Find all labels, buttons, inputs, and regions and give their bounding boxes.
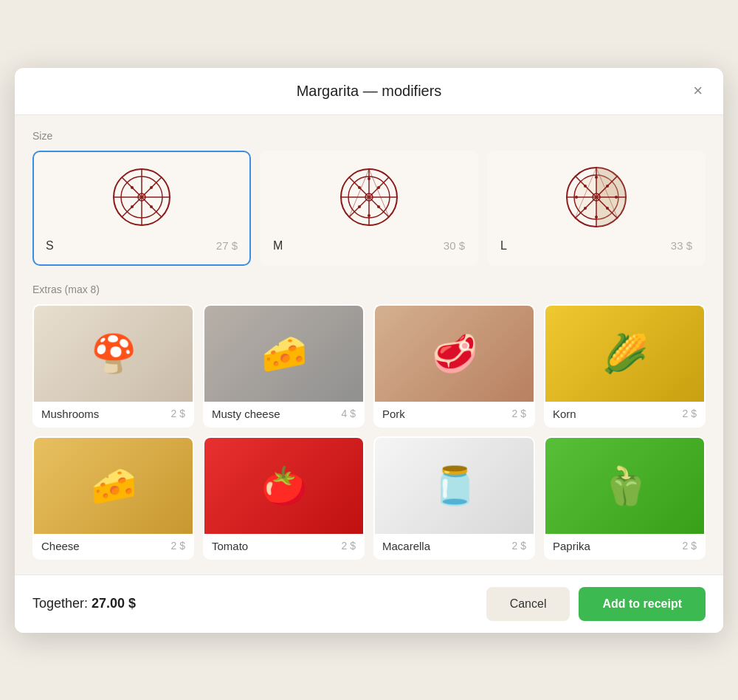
svg-point-10: [150, 205, 153, 208]
total-together: Together: 27.00 $: [32, 596, 136, 611]
extra-card-macarella[interactable]: 🫙 Macarella 2 $: [373, 436, 535, 560]
extra-musty-cheese-name: Musty cheese: [212, 408, 280, 420]
size-s-name: S: [46, 239, 54, 253]
extra-card-musty-cheese[interactable]: 🧀 Musty cheese 4 $: [203, 304, 365, 428]
extra-macarella-name: Macarella: [382, 540, 430, 552]
svg-point-37: [584, 207, 587, 210]
size-m-name: M: [273, 239, 283, 253]
pizza-icon-medium: [336, 164, 402, 230]
korn-image: 🌽: [545, 306, 704, 402]
extra-cheese-name: Cheese: [41, 540, 80, 552]
extra-pork-price: 2 $: [512, 408, 526, 419]
svg-point-7: [131, 186, 134, 189]
svg-point-38: [606, 207, 609, 210]
size-s-price: 27 $: [216, 239, 238, 252]
svg-point-41: [575, 196, 578, 199]
extra-tomato-price: 2 $: [342, 540, 356, 552]
extra-tomato-name: Tomato: [212, 540, 248, 552]
svg-point-35: [584, 185, 587, 188]
svg-point-24: [368, 177, 370, 180]
extra-mushrooms-name: Mushrooms: [41, 408, 99, 420]
size-grid: S 27 $: [32, 151, 706, 266]
paprika-image: 🫑: [545, 438, 704, 534]
musty-cheese-image: 🧀: [204, 306, 363, 402]
size-card-s[interactable]: S 27 $: [32, 151, 251, 266]
extra-paprika-price: 2 $: [683, 540, 697, 552]
size-card-m[interactable]: M 30 $: [260, 151, 478, 266]
svg-line-18: [349, 169, 369, 217]
svg-point-36: [606, 185, 609, 188]
extra-card-korn[interactable]: 🌽 Korn 2 $: [544, 304, 706, 428]
mushrooms-image: 🍄: [34, 306, 193, 402]
modal-container: Margarita — modifiers × Size: [15, 68, 723, 633]
svg-point-23: [377, 205, 380, 208]
extra-macarella-price: 2 $: [512, 540, 526, 552]
extras-grid: 🍄 Mushrooms 2 $ 🧀 Musty cheese 4 $ 🥩 Por…: [32, 304, 706, 560]
add-to-receipt-button[interactable]: Add to receipt: [579, 587, 706, 621]
extra-musty-cheese-price: 4 $: [342, 408, 356, 419]
macarella-image: 🫙: [375, 438, 534, 534]
svg-point-25: [368, 214, 370, 217]
svg-point-40: [595, 216, 598, 219]
size-section-label: Size: [32, 130, 706, 142]
pizza-icon-small: [108, 164, 175, 230]
svg-line-17: [369, 169, 389, 217]
extra-card-paprika[interactable]: 🫑 Paprika 2 $: [544, 436, 706, 560]
pizza-icon-large: [563, 164, 630, 230]
extra-card-pork[interactable]: 🥩 Pork 2 $: [373, 304, 535, 428]
extra-paprika-name: Paprika: [553, 540, 590, 552]
svg-point-8: [150, 186, 153, 189]
modal-body: Size: [15, 115, 723, 574]
close-button[interactable]: ×: [690, 80, 706, 102]
svg-point-22: [358, 205, 361, 208]
extra-card-tomato[interactable]: 🍅 Tomato 2 $: [203, 436, 365, 560]
modal-header: Margarita — modifiers ×: [15, 68, 723, 115]
cheese-image: 🧀: [34, 438, 193, 534]
svg-point-20: [358, 186, 361, 189]
svg-point-42: [615, 196, 618, 199]
total-amount: 27.00 $: [92, 596, 136, 611]
modal-footer: Together: 27.00 $ Cancel Add to receipt: [15, 574, 723, 633]
extra-korn-price: 2 $: [683, 408, 697, 419]
cancel-button[interactable]: Cancel: [486, 587, 570, 621]
size-l-name: L: [500, 239, 507, 253]
footer-buttons: Cancel Add to receipt: [486, 587, 706, 621]
extra-card-cheese[interactable]: 🧀 Cheese 2 $: [32, 436, 194, 560]
svg-point-39: [595, 176, 598, 179]
extra-mushrooms-price: 2 $: [171, 408, 185, 419]
modal-title: Margarita — modifiers: [297, 83, 442, 100]
together-text: Together:: [32, 596, 88, 611]
extra-korn-name: Korn: [553, 408, 576, 420]
size-l-price: 33 $: [671, 239, 692, 252]
extra-card-mushrooms[interactable]: 🍄 Mushrooms 2 $: [32, 304, 194, 428]
tomato-image: 🍅: [204, 438, 363, 534]
pork-image: 🥩: [375, 306, 534, 402]
svg-point-9: [131, 205, 134, 208]
extra-pork-name: Pork: [382, 408, 405, 420]
extra-cheese-price: 2 $: [171, 540, 185, 552]
extras-section-label: Extras (max 8): [32, 284, 706, 295]
svg-point-21: [377, 186, 380, 189]
size-m-price: 30 $: [444, 239, 465, 252]
size-card-l[interactable]: L 33 $: [487, 151, 706, 266]
